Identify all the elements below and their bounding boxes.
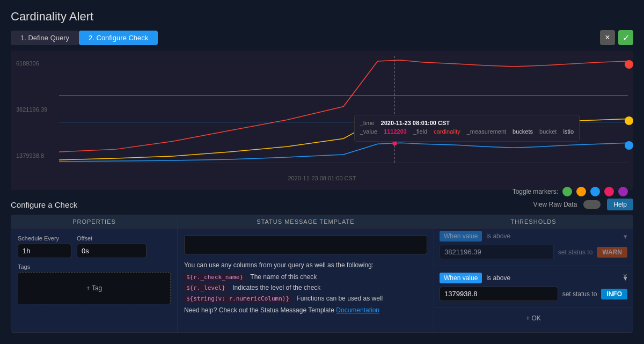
- svg-point-5: [392, 141, 397, 145]
- schedule-label: Schedule Every: [18, 235, 71, 241]
- threshold-close-1[interactable]: ×: [623, 272, 627, 280]
- badge-info-1[interactable]: INFO: [601, 289, 627, 299]
- col-status: STATUS MESSAGE TEMPLATE You can use any …: [178, 215, 434, 332]
- when-value-0: When value: [440, 231, 482, 241]
- columns-wrapper: PROPERTIES Schedule Every Offset Tag: [11, 215, 633, 333]
- marker-blue[interactable]: [590, 187, 600, 196]
- offset-input[interactable]: [77, 244, 147, 258]
- code-block-3: ${string(v: r.numericColumn)} Functions …: [184, 295, 427, 302]
- threshold-top-row-0: When value is above ▾: [440, 231, 627, 241]
- y-label-bot: 1379938.8: [16, 152, 59, 159]
- thresholds-header: THRESHOLDS: [434, 215, 633, 229]
- config-header-right: View Raw Data Help: [533, 199, 633, 210]
- chart-area: 6189306 3821196.39 1379938.8: [11, 50, 633, 190]
- threshold-input-0[interactable]: [440, 245, 554, 259]
- tooltip-value-val: 1112203: [384, 128, 407, 135]
- threshold-divider-2: [434, 308, 633, 308]
- code-block-1: ${r._check_name} The name of this check: [184, 273, 427, 281]
- tags-label: Tags: [18, 264, 171, 270]
- help-button[interactable]: Help: [607, 199, 633, 210]
- close-button[interactable]: ×: [600, 30, 615, 45]
- schedule-field-group: Schedule Every: [18, 235, 71, 258]
- doc-link[interactable]: Documentation: [336, 306, 379, 314]
- col-properties: PROPERTIES Schedule Every Offset Tag: [11, 215, 178, 332]
- threshold-bottom-row-1: set status to INFO: [440, 287, 627, 301]
- add-ok-label: + OK: [526, 314, 541, 322]
- confirm-button[interactable]: ✓: [618, 30, 633, 45]
- page-header: Cardinality Alert 1. Define Query 2. Con…: [0, 0, 644, 50]
- status-header: STATUS MESSAGE TEMPLATE: [178, 215, 434, 229]
- x-axis-label: 2020-11-23 08:01:00 CST: [16, 174, 628, 184]
- tooltip-measurement-val: buckets: [513, 128, 533, 135]
- tooltip-bucket-label: bucket: [539, 128, 557, 135]
- chart-svg: [59, 56, 628, 163]
- tooltip-field-val: cardinality: [434, 128, 460, 135]
- schedule-offset-row: Schedule Every Offset: [18, 235, 171, 258]
- view-raw-toggle[interactable]: [583, 200, 601, 209]
- threshold-top-row-1: When value is above ▾: [440, 273, 627, 283]
- chart-container: 6189306 3821196.39 1379938.8: [16, 56, 628, 174]
- code-tag-1: ${r._check_name}: [184, 273, 245, 281]
- chart-y-labels: 6189306 3821196.39 1379938.8: [16, 56, 59, 163]
- chart-main: _time 2020-11-23 08:01:00 CST _value 111…: [59, 56, 628, 163]
- tooltip-time-label: _time: [360, 120, 375, 126]
- tabs-left: 1. Define Query 2. Configure Check: [11, 31, 158, 45]
- status-body: You can use any columns from your query …: [178, 229, 434, 320]
- tooltip-measurement-label: _measurement: [467, 128, 506, 135]
- threshold-input-1[interactable]: [440, 287, 558, 301]
- offset-field-group: Offset: [77, 235, 147, 258]
- marker-purple[interactable]: [618, 187, 628, 196]
- page-wrapper: Cardinality Alert 1. Define Query 2. Con…: [0, 0, 644, 344]
- tags-section: Tags + Tag: [18, 264, 171, 304]
- status-textarea[interactable]: [184, 235, 427, 254]
- doc-help-text: Need help? Check out the Status Message …: [184, 306, 427, 314]
- tooltip-field-label: _field: [413, 128, 427, 135]
- when-value-1: When value: [440, 273, 482, 283]
- threshold-bottom-row-0: set status to WARN: [440, 245, 627, 259]
- threshold-block-warn: When value is above ▾ set status to WARN: [434, 229, 633, 264]
- status-info-text: You can use any columns from your query …: [184, 261, 427, 269]
- threshold-block-info: × When value is above ▾ set status to IN…: [434, 268, 633, 305]
- properties-header: PROPERTIES: [11, 215, 177, 229]
- marker-pink[interactable]: [604, 187, 614, 196]
- y-label-top: 6189306: [16, 60, 59, 67]
- code-desc-3: Functions can be used as well: [296, 295, 383, 302]
- y-label-mid: 3821196.39: [16, 106, 59, 113]
- chart-footer: Toggle markers:: [16, 184, 628, 200]
- marker-orange[interactable]: [576, 187, 586, 196]
- tab-define-query[interactable]: 1. Define Query: [11, 31, 79, 45]
- tab-configure-check[interactable]: 2. Configure Check: [79, 31, 158, 45]
- threshold-divider-1: [434, 266, 633, 266]
- tags-box[interactable]: + Tag: [18, 272, 171, 304]
- tooltip-time-val: 2020-11-23 08:01:00 CST: [381, 120, 450, 126]
- badge-warn-0[interactable]: WARN: [597, 247, 627, 258]
- is-above-0: is above: [486, 232, 510, 240]
- help-text-static: Need help? Check out the Status Message …: [184, 306, 334, 314]
- offset-label: Offset: [77, 235, 147, 241]
- properties-body: Schedule Every Offset Tags + Tag: [11, 229, 177, 311]
- schedule-input[interactable]: [18, 244, 71, 258]
- toggle-markers-label: Toggle markers:: [513, 188, 558, 195]
- set-status-0: set status to: [558, 248, 593, 256]
- config-section: Configure a Check View Raw Data Help PRO…: [11, 194, 633, 333]
- tabs-actions: × ✓: [600, 30, 633, 45]
- view-raw-label: View Raw Data: [533, 201, 577, 208]
- is-above-1: is above: [486, 274, 510, 282]
- config-section-title: Configure a Check: [11, 200, 77, 209]
- chart-tooltip: _time 2020-11-23 08:01:00 CST _value 111…: [354, 115, 580, 142]
- code-desc-2: Indicates the level of the check: [232, 284, 320, 291]
- code-block-2: ${r._level} Indicates the level of the c…: [184, 284, 427, 291]
- set-status-1: set status to: [562, 290, 597, 298]
- page-title: Cardinality Alert: [11, 10, 633, 24]
- code-tag-2: ${r._level}: [184, 284, 228, 292]
- dropdown-arrow-0[interactable]: ▾: [624, 232, 627, 240]
- tooltip-value-label: _value: [360, 128, 377, 135]
- code-tag-3: ${string(v: r.numericColumn)}: [184, 295, 291, 303]
- tabs-bar: 1. Define Query 2. Configure Check × ✓: [11, 30, 633, 45]
- code-desc-1: The name of this check: [250, 273, 317, 281]
- tooltip-bucket-val: istio: [563, 128, 574, 135]
- col-thresholds: THRESHOLDS When value is above ▾ set sta…: [434, 215, 633, 332]
- marker-green[interactable]: [562, 187, 572, 196]
- tags-placeholder: + Tag: [86, 284, 102, 292]
- add-ok-row[interactable]: + OK: [434, 310, 633, 326]
